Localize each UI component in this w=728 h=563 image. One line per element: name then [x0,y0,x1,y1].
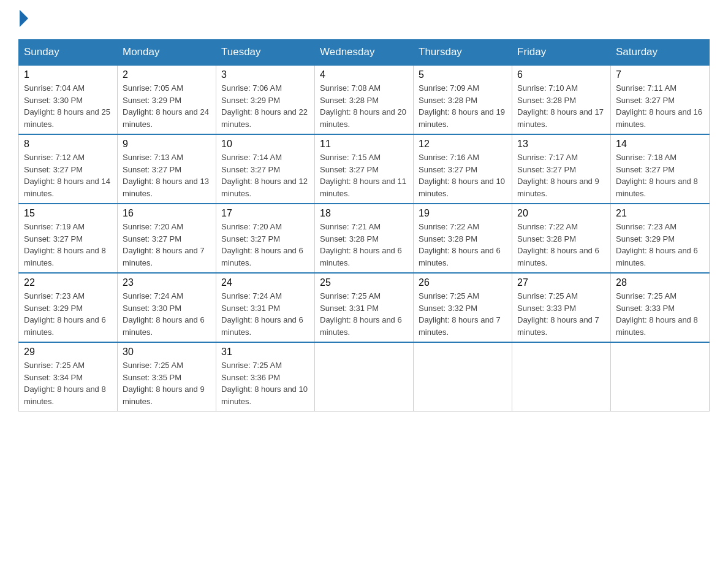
day-info: Sunrise: 7:25 AMSunset: 3:34 PMDaylight:… [24,361,106,406]
calendar-cell: 23 Sunrise: 7:24 AMSunset: 3:30 PMDaylig… [118,273,216,342]
day-number: 25 [320,277,408,288]
calendar-header-monday: Monday [118,40,216,66]
day-number: 17 [221,208,309,219]
calendar-cell: 15 Sunrise: 7:19 AMSunset: 3:27 PMDaylig… [19,204,118,273]
day-number: 7 [616,69,704,80]
calendar-cell: 22 Sunrise: 7:23 AMSunset: 3:29 PMDaylig… [19,273,118,342]
day-number: 14 [616,139,704,150]
calendar-week-4: 22 Sunrise: 7:23 AMSunset: 3:29 PMDaylig… [19,273,710,342]
calendar-cell: 26 Sunrise: 7:25 AMSunset: 3:32 PMDaylig… [414,273,512,342]
day-info: Sunrise: 7:25 AMSunset: 3:33 PMDaylight:… [517,291,599,337]
day-info: Sunrise: 7:24 AMSunset: 3:31 PMDaylight:… [221,291,303,337]
day-info: Sunrise: 7:13 AMSunset: 3:27 PMDaylight:… [123,153,209,198]
day-info: Sunrise: 7:06 AMSunset: 3:29 PMDaylight:… [221,83,308,129]
calendar-cell: 4 Sunrise: 7:08 AMSunset: 3:28 PMDayligh… [315,65,414,134]
day-number: 19 [419,208,507,219]
day-info: Sunrise: 7:25 AMSunset: 3:33 PMDaylight:… [616,291,698,337]
calendar-cell: 16 Sunrise: 7:20 AMSunset: 3:27 PMDaylig… [118,204,216,273]
day-number: 23 [123,277,211,288]
calendar-cell: 25 Sunrise: 7:25 AMSunset: 3:31 PMDaylig… [315,273,414,342]
calendar-table: SundayMondayTuesdayWednesdayThursdayFrid… [18,39,710,412]
day-info: Sunrise: 7:11 AMSunset: 3:27 PMDaylight:… [616,83,702,129]
calendar-cell [414,342,512,412]
day-number: 16 [123,208,211,219]
day-info: Sunrise: 7:21 AMSunset: 3:28 PMDaylight:… [320,222,402,267]
day-number: 27 [517,277,605,288]
calendar-cell [512,342,611,412]
calendar-cell: 7 Sunrise: 7:11 AMSunset: 3:27 PMDayligh… [611,65,710,134]
day-number: 15 [24,208,112,219]
day-number: 20 [517,208,605,219]
calendar-week-1: 1 Sunrise: 7:04 AMSunset: 3:30 PMDayligh… [19,65,710,134]
day-number: 24 [221,277,309,288]
logo [18,12,28,27]
day-info: Sunrise: 7:25 AMSunset: 3:35 PMDaylight:… [123,361,205,406]
day-number: 10 [221,139,309,150]
calendar-header-wednesday: Wednesday [315,40,414,66]
day-number: 21 [616,208,704,219]
calendar-cell: 3 Sunrise: 7:06 AMSunset: 3:29 PMDayligh… [216,65,315,134]
day-info: Sunrise: 7:09 AMSunset: 3:28 PMDaylight:… [419,83,505,129]
day-number: 6 [517,69,605,80]
calendar-cell: 28 Sunrise: 7:25 AMSunset: 3:33 PMDaylig… [611,273,710,342]
calendar-cell: 9 Sunrise: 7:13 AMSunset: 3:27 PMDayligh… [118,134,216,204]
day-info: Sunrise: 7:17 AMSunset: 3:27 PMDaylight:… [517,153,599,198]
day-number: 9 [123,139,211,150]
calendar-cell [315,342,414,412]
day-info: Sunrise: 7:25 AMSunset: 3:31 PMDaylight:… [320,291,402,337]
day-number: 22 [24,277,112,288]
day-info: Sunrise: 7:10 AMSunset: 3:28 PMDaylight:… [517,83,604,129]
calendar-header-friday: Friday [512,40,611,66]
day-number: 8 [24,139,112,150]
calendar-cell: 30 Sunrise: 7:25 AMSunset: 3:35 PMDaylig… [118,342,216,412]
day-info: Sunrise: 7:22 AMSunset: 3:28 PMDaylight:… [419,222,501,267]
day-number: 2 [123,69,211,80]
day-info: Sunrise: 7:20 AMSunset: 3:27 PMDaylight:… [221,222,303,267]
day-info: Sunrise: 7:23 AMSunset: 3:29 PMDaylight:… [24,291,106,337]
calendar-cell: 27 Sunrise: 7:25 AMSunset: 3:33 PMDaylig… [512,273,611,342]
day-number: 28 [616,277,704,288]
calendar-cell: 21 Sunrise: 7:23 AMSunset: 3:29 PMDaylig… [611,204,710,273]
calendar-cell: 24 Sunrise: 7:24 AMSunset: 3:31 PMDaylig… [216,273,315,342]
calendar-header-tuesday: Tuesday [216,40,315,66]
day-info: Sunrise: 7:25 AMSunset: 3:36 PMDaylight:… [221,361,308,406]
day-info: Sunrise: 7:15 AMSunset: 3:27 PMDaylight:… [320,153,406,198]
day-info: Sunrise: 7:20 AMSunset: 3:27 PMDaylight:… [123,222,205,267]
calendar-header-saturday: Saturday [611,40,710,66]
calendar-cell: 17 Sunrise: 7:20 AMSunset: 3:27 PMDaylig… [216,204,315,273]
day-number: 13 [517,139,605,150]
calendar-cell: 31 Sunrise: 7:25 AMSunset: 3:36 PMDaylig… [216,342,315,412]
calendar-week-3: 15 Sunrise: 7:19 AMSunset: 3:27 PMDaylig… [19,204,710,273]
calendar-cell: 18 Sunrise: 7:21 AMSunset: 3:28 PMDaylig… [315,204,414,273]
calendar-cell: 11 Sunrise: 7:15 AMSunset: 3:27 PMDaylig… [315,134,414,204]
day-info: Sunrise: 7:25 AMSunset: 3:32 PMDaylight:… [419,291,501,337]
day-info: Sunrise: 7:16 AMSunset: 3:27 PMDaylight:… [419,153,505,198]
day-number: 11 [320,139,408,150]
page-header [18,12,710,27]
day-number: 18 [320,208,408,219]
day-info: Sunrise: 7:14 AMSunset: 3:27 PMDaylight:… [221,153,308,198]
day-number: 30 [123,347,211,358]
calendar-header-row: SundayMondayTuesdayWednesdayThursdayFrid… [19,40,710,66]
day-number: 26 [419,277,507,288]
calendar-cell: 12 Sunrise: 7:16 AMSunset: 3:27 PMDaylig… [414,134,512,204]
logo-arrow-icon [20,10,28,27]
day-info: Sunrise: 7:18 AMSunset: 3:27 PMDaylight:… [616,153,698,198]
day-number: 31 [221,347,309,358]
day-info: Sunrise: 7:22 AMSunset: 3:28 PMDaylight:… [517,222,599,267]
calendar-cell: 13 Sunrise: 7:17 AMSunset: 3:27 PMDaylig… [512,134,611,204]
calendar-week-2: 8 Sunrise: 7:12 AMSunset: 3:27 PMDayligh… [19,134,710,204]
calendar-cell: 29 Sunrise: 7:25 AMSunset: 3:34 PMDaylig… [19,342,118,412]
calendar-header-thursday: Thursday [414,40,512,66]
day-number: 1 [24,69,112,80]
calendar-cell: 20 Sunrise: 7:22 AMSunset: 3:28 PMDaylig… [512,204,611,273]
day-number: 12 [419,139,507,150]
day-info: Sunrise: 7:19 AMSunset: 3:27 PMDaylight:… [24,222,106,267]
calendar-cell: 19 Sunrise: 7:22 AMSunset: 3:28 PMDaylig… [414,204,512,273]
day-info: Sunrise: 7:24 AMSunset: 3:30 PMDaylight:… [123,291,205,337]
calendar-cell: 6 Sunrise: 7:10 AMSunset: 3:28 PMDayligh… [512,65,611,134]
day-number: 5 [419,69,507,80]
calendar-cell: 8 Sunrise: 7:12 AMSunset: 3:27 PMDayligh… [19,134,118,204]
calendar-cell: 5 Sunrise: 7:09 AMSunset: 3:28 PMDayligh… [414,65,512,134]
day-number: 3 [221,69,309,80]
